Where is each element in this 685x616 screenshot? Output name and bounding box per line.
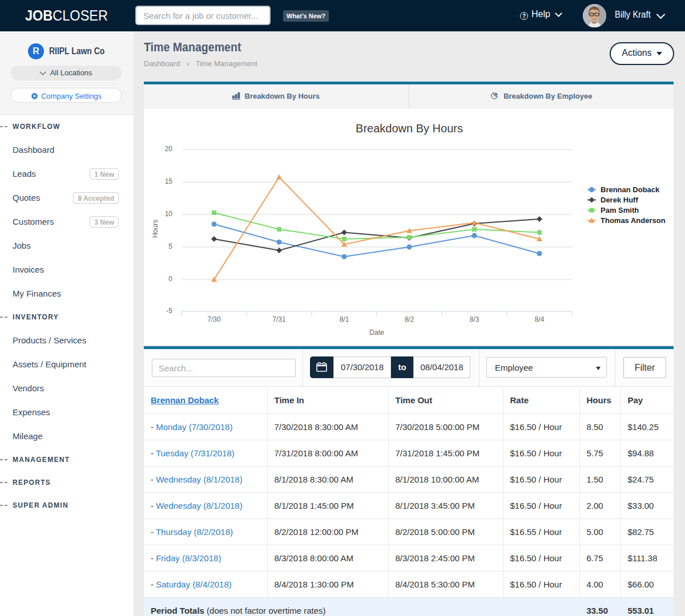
svg-text:Derek Huff: Derek Huff [601, 196, 638, 204]
svg-text:-5: -5 [166, 307, 172, 315]
svg-text:Breakdown By Hours: Breakdown By Hours [356, 122, 463, 135]
svg-text:Brennan Doback: Brennan Doback [601, 185, 660, 194]
svg-text:8/3: 8/3 [470, 315, 480, 323]
svg-text:5: 5 [168, 242, 172, 250]
svg-text:Date: Date [369, 329, 384, 337]
svg-text:0: 0 [168, 275, 172, 283]
svg-text:Thomas Anderson: Thomas Anderson [601, 216, 666, 225]
svg-text:8/4: 8/4 [535, 315, 545, 323]
svg-text:20: 20 [165, 145, 173, 153]
svg-text:7/30: 7/30 [207, 315, 221, 323]
svg-text:8/1: 8/1 [340, 315, 349, 323]
svg-text:Hours: Hours [151, 220, 159, 238]
svg-text:Pam Smith: Pam Smith [601, 206, 639, 214]
svg-text:7/31: 7/31 [272, 315, 286, 323]
svg-text:10: 10 [165, 210, 173, 218]
svg-text:15: 15 [165, 177, 173, 185]
svg-text:8/2: 8/2 [405, 315, 414, 323]
